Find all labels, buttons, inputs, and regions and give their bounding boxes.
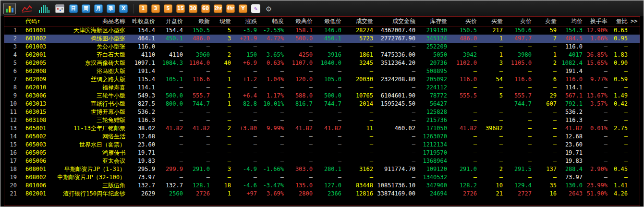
cell-ask-price: — xyxy=(506,116,535,124)
table-row[interactable]: 6602008浴马图大版191.4—————————508895————191.… xyxy=(4,67,640,75)
col-header-volume-ratio[interactable]: 量比 xyxy=(610,17,631,26)
cell-prev-close: 1097.1 xyxy=(128,59,158,67)
table-row[interactable]: 12603108三轮兔赠版116.3—————————215736————116… xyxy=(4,116,640,124)
period-button-3min[interactable]: 3 xyxy=(151,4,160,13)
col-header-code[interactable]: 代码↑ xyxy=(19,17,47,26)
cell-turnover-rate: 51.90% xyxy=(585,190,610,198)
period-button-year[interactable]: Y xyxy=(239,4,247,13)
table-row[interactable]: 14605002网络生活12.68—————————1263070————12.… xyxy=(4,133,640,141)
cell-high: — xyxy=(287,173,316,182)
col-header-prev-close[interactable]: 昨收盘价 xyxy=(128,17,158,26)
table-row[interactable]: 2601002捣练图小型张464.1450.1486.03+21.94.72%5… xyxy=(4,35,640,43)
table-row[interactable]: 11603015世博开幕小版536.2—————————125828————53… xyxy=(4,108,640,116)
cell-volume-ratio: — xyxy=(610,141,631,149)
line-chart-icon[interactable] xyxy=(21,3,33,14)
period-button-day[interactable]: 日 xyxy=(69,4,78,13)
cell-cur-volume: 1 xyxy=(213,190,234,198)
period-button-quarter[interactable]: 季 xyxy=(107,4,115,13)
col-header-bid-price[interactable]: 买价 xyxy=(450,17,480,26)
cell-ask-price: — xyxy=(506,124,535,133)
cell-change-pct: 1.17% xyxy=(260,92,287,100)
col-header-turnover-rate[interactable]: 换手率 xyxy=(585,17,610,26)
table-row[interactable]: 19608002中期邮资片JP（32-100）73.97—————————134… xyxy=(4,173,640,182)
col-header-ask-volume[interactable]: 卖量 xyxy=(535,17,559,26)
period-button-2hr[interactable]: 2hr xyxy=(214,4,222,13)
cell-volume: — xyxy=(344,116,376,124)
cell-ask-volume: — xyxy=(535,116,559,124)
cell-prev-close: 116.0 xyxy=(128,43,158,51)
cell-bid-price: — xyxy=(450,43,480,51)
cell-low: 744.7 xyxy=(316,100,344,108)
col-header-amount[interactable]: 成交金额 xyxy=(376,17,418,26)
period-button-week[interactable]: 周 xyxy=(82,4,90,13)
table-row[interactable]: 15605003世界水日（套票）23.60—————————1212134———… xyxy=(4,141,640,149)
period-button-60min[interactable]: 60 xyxy=(201,4,210,13)
col-header-open[interactable]: 开盘价 xyxy=(158,17,186,26)
col-header-cur-volume[interactable]: 现量 xyxy=(213,17,234,26)
cell-avg-price: 484.5 xyxy=(559,35,585,43)
col-header-ask-price[interactable]: 卖价 xyxy=(506,17,535,26)
cell-low: — xyxy=(316,149,344,157)
table-row[interactable]: 7602009丝绸之路大版115.4105.1116.61+1.21.04%12… xyxy=(4,75,640,84)
cell-prev-close: 4110 xyxy=(128,51,158,59)
cell-product-name: 11-13全年厂铭邮票 xyxy=(47,124,128,133)
cell-ask-volume: — xyxy=(535,141,559,149)
cell-high: 816.7 xyxy=(287,100,316,108)
table-row[interactable]: 5602005东汉画像砖大版1097.11084.31104.040+6.90.… xyxy=(4,59,640,67)
cell-change-pct: 4.72% xyxy=(260,35,287,43)
cell-change: -150 xyxy=(234,51,260,59)
cell-volume-ratio: 4.26 xyxy=(610,190,631,198)
col-header-change-pct[interactable]: 幅度 xyxy=(260,17,287,26)
cell-volume-ratio: — xyxy=(610,84,631,92)
col-header-inventory[interactable]: 库存量 xyxy=(418,17,450,26)
cell-volume: 28274 xyxy=(344,26,376,35)
cell-more xyxy=(631,108,640,116)
cell-ask-price: 129.4 xyxy=(506,182,535,190)
cell-row-number: 5 xyxy=(4,59,19,67)
col-header-low[interactable]: 最低价 xyxy=(316,17,344,26)
table-row[interactable]: 10603013宣纸行书小版827.5800.0744.71-82.8-10.0… xyxy=(4,100,640,108)
cell-volume: — xyxy=(344,108,376,116)
table-row[interactable]: 9603006三轮牛小版549.3500.0555.71+6.41.17%588… xyxy=(4,92,640,100)
col-header-bid-volume[interactable]: 买量 xyxy=(480,17,506,26)
cell-turnover-rate: 1.66% xyxy=(585,35,610,43)
cell-inventory: 205092 xyxy=(418,75,450,84)
cell-ask-volume: 607 xyxy=(535,100,559,108)
col-header-name[interactable]: 商品名称 xyxy=(47,17,128,26)
period-button-5min[interactable]: 5 xyxy=(164,4,172,13)
table-row[interactable]: 18608001早期邮资片JP（1-31）295.9299.9291.03-4.… xyxy=(4,165,640,173)
table-row[interactable]: 17605006亚太会议19.83—————————1368964————19.… xyxy=(4,157,640,165)
period-button-15min[interactable]: 15 xyxy=(176,4,185,13)
cell-more xyxy=(631,51,640,59)
cell-change: — xyxy=(234,157,260,165)
settings-gear-icon[interactable]: ⚙ xyxy=(266,4,271,13)
table-row[interactable]: 21802001渣打银行150周年纪念钞2629256027261+973.69… xyxy=(4,190,640,198)
cell-high: 4250 xyxy=(287,51,316,59)
table-row[interactable]: 20801006三版伍角132.7132.7128.118-4.6-3.47%1… xyxy=(4,182,640,190)
table-row[interactable]: 4602001齐白石大版4110411039602-150-3.65%42503… xyxy=(4,51,640,59)
edit-icon[interactable]: ✎ xyxy=(251,4,260,13)
period-button-x[interactable]: X xyxy=(119,4,128,13)
table-row[interactable]: 16605005鸿雁传书19.71—————————1719570————19.… xyxy=(4,149,640,157)
more-columns-indicator[interactable]: >> xyxy=(631,17,640,26)
waveform-icon[interactable] xyxy=(38,3,50,14)
table-row[interactable]: 1601001天津滨海新区小型张154.4154.4150.55-3.9-2.5… xyxy=(4,26,640,35)
col-header-high[interactable]: 最高价 xyxy=(287,17,316,26)
table-row[interactable]: 3601003关公小型张116.0—————————252209————116.… xyxy=(4,43,640,51)
table-row[interactable]: 8602010福禄寿喜114.1—————————224112————114.1… xyxy=(4,84,640,92)
period-button-30min[interactable]: 30 xyxy=(189,4,197,13)
period-button-4hr[interactable]: 4hr xyxy=(226,4,235,13)
table-row[interactable]: 1360500111-13全年厂铭邮票38.0241.8241.822+3.80… xyxy=(4,124,640,133)
col-header-change[interactable]: 涨跌 xyxy=(234,17,260,26)
col-header-last[interactable]: 最新 xyxy=(186,17,213,26)
period-button-1min[interactable]: 1 xyxy=(139,4,147,13)
col-header-avg-price[interactable]: 均价 xyxy=(559,17,585,26)
period-button-month[interactable]: 月 xyxy=(94,4,103,13)
cell-low: — xyxy=(316,141,344,149)
col-header-volume[interactable]: 成交量 xyxy=(344,17,376,26)
bar-chart-icon[interactable] xyxy=(3,3,16,14)
calendar-icon[interactable] xyxy=(55,4,64,13)
cell-change-pct: — xyxy=(260,43,287,51)
cell-turnover-rate: 12.90% xyxy=(585,26,610,35)
cell-bid-price: 486.0 xyxy=(450,35,480,43)
